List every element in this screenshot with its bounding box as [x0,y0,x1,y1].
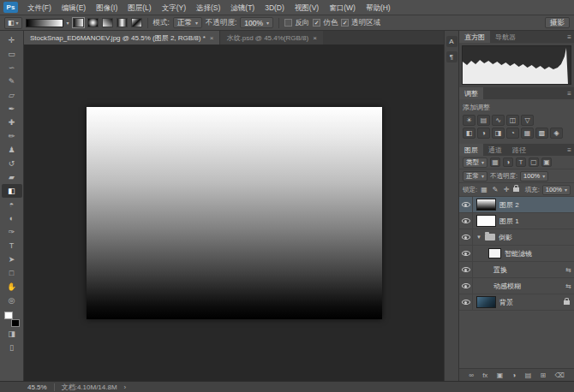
reverse-checkbox[interactable] [284,19,292,27]
color-balance-icon[interactable]: ◑ [477,128,490,139]
layer-blend-mode-dropdown[interactable]: 正常 ▾ [463,171,487,181]
menu-view[interactable]: 视图(V) [290,0,324,15]
delete-layer-icon[interactable]: ⌫ [555,371,565,379]
zoom-level-field[interactable]: 45.5% [27,383,47,391]
layer-name[interactable]: 图层 1 [499,217,519,226]
fill-dropdown[interactable]: 100% ▾ [542,185,571,195]
layer-name[interactable]: 图层 2 [499,200,519,210]
pen-tool[interactable]: ✑ [2,225,22,239]
visibility-toggle[interactable] [459,197,473,212]
color-swatches[interactable] [3,312,21,327]
layer-name[interactable]: 背景 [499,298,513,307]
expand-triangle-icon[interactable]: ▼ [476,235,481,240]
curves-icon[interactable]: ∿ [492,115,505,126]
brightness-contrast-icon[interactable]: ☀ [463,115,475,126]
lock-transparent-icon[interactable]: ▦ [480,186,488,193]
layer-thumbnail[interactable] [476,296,496,308]
layer-name[interactable]: 智能滤镜 [505,249,532,258]
clone-stamp-tool[interactable]: ♟ [2,143,22,157]
gradient-preview-swatch[interactable] [26,19,63,27]
filter-shape-icon[interactable]: ▢ [529,157,539,167]
radial-gradient-button[interactable] [87,18,99,27]
eraser-tool[interactable]: ▰ [2,170,22,184]
panel-menu-icon[interactable]: ≡ [567,87,571,99]
move-tool[interactable]: ✛ [2,33,22,47]
shape-tool[interactable]: □ [2,266,22,280]
layer-row-smart-filters[interactable]: 智能滤镜 [459,246,574,262]
new-group-icon[interactable]: ▤ [525,371,532,379]
exposure-icon[interactable]: ◫ [506,115,519,126]
menu-window[interactable]: 窗口(W) [324,0,361,15]
lock-paint-icon[interactable]: ✎ [491,186,499,193]
layer-mask-icon[interactable]: ▣ [497,371,504,379]
visibility-toggle[interactable] [459,246,473,261]
document-tab-active[interactable]: StockSnap_ED6MANOEV.jpg @ 45.5% (图层 2, R… [24,31,219,45]
angle-gradient-button[interactable] [102,18,113,27]
filter-smart-object-icon[interactable]: ▣ [541,157,552,167]
healing-brush-tool[interactable]: ✚ [2,116,22,129]
layer-row-background[interactable]: 背景 [459,294,574,311]
blur-tool[interactable]: ◓ [2,198,22,211]
document-tab-inactive[interactable]: 水纹.psd @ 45.4%(RGB/8) × [219,31,322,45]
layer-name[interactable]: 动感模糊 [493,282,521,291]
quick-mask-button[interactable]: ◨ [2,327,22,341]
close-icon[interactable]: × [210,34,214,42]
close-icon[interactable]: × [313,34,317,42]
background-color-swatch[interactable] [11,319,20,327]
menu-3d[interactable]: 3D(D) [260,0,290,15]
eyedropper-tool[interactable]: ✒ [2,102,22,116]
tool-preset-picker[interactable]: ◧ ▾ [4,17,22,29]
layer-opacity-dropdown[interactable]: 100% ▾ [520,171,548,181]
layer-row-motion-blur[interactable]: 动感模糊 ⇆ [459,278,574,294]
menu-type[interactable]: 文字(Y) [157,0,191,15]
layer-name[interactable]: 置换 [493,265,507,275]
visibility-toggle[interactable] [459,213,473,229]
lock-position-icon[interactable]: ✛ [502,186,511,193]
layer-thumbnail[interactable] [476,199,496,211]
color-lookup-icon[interactable]: ▩ [535,128,548,139]
menu-help[interactable]: 帮助(H) [361,0,396,15]
path-selection-tool[interactable]: ➤ [2,252,22,266]
document-image-gradient[interactable] [87,107,382,319]
filter-pixel-icon[interactable]: ▦ [490,157,500,167]
panel-menu-icon[interactable]: ≡ [567,144,571,156]
layer-row-layer2[interactable]: 图层 2 [459,197,574,213]
link-layers-icon[interactable]: ∞ [469,371,474,379]
filter-blend-options-icon[interactable]: ⇆ [565,282,571,290]
linear-gradient-button[interactable] [73,18,84,27]
paragraph-panel-icon[interactable]: ¶ [446,51,457,62]
visibility-toggle[interactable] [459,262,473,277]
menu-image[interactable]: 图像(I) [91,0,123,15]
dither-checkbox[interactable]: ✓ [313,19,320,27]
layer-row-group-reflection[interactable]: ▼ 倒影 [459,229,574,246]
menu-select[interactable]: 选择(S) [191,0,225,15]
hand-tool[interactable]: ✋ [2,280,22,294]
lock-all-icon[interactable] [513,187,519,192]
zoom-tool[interactable]: ◎ [2,294,22,307]
tab-histogram[interactable]: 直方图 [459,31,490,43]
visibility-toggle[interactable] [459,229,473,245]
diamond-gradient-button[interactable] [131,18,142,27]
crop-tool[interactable]: ▱ [2,88,22,102]
channel-mixer-icon[interactable]: ▦ [521,128,534,139]
marquee-tool[interactable]: ▭ [2,47,22,61]
tab-channels[interactable]: 通道 [483,144,507,156]
transparency-checkbox[interactable]: ✓ [341,19,349,27]
visibility-toggle[interactable] [459,278,473,294]
filter-blend-options-icon[interactable]: ⇆ [565,266,571,274]
lasso-tool[interactable]: ∽ [2,61,22,74]
vibrance-icon[interactable]: ▽ [521,115,534,126]
menu-file[interactable]: 文件(F) [22,0,57,15]
screen-mode-button[interactable]: ▯ [2,341,22,354]
history-brush-tool[interactable]: ↺ [2,157,22,170]
foreground-color-swatch[interactable] [4,312,13,319]
black-white-icon[interactable]: ◨ [492,128,505,139]
layer-name[interactable]: 倒影 [499,233,512,242]
tab-adjustments[interactable]: 调整 [459,87,483,99]
photo-filter-icon[interactable]: ◔ [506,128,519,139]
workspace-switcher[interactable]: 摄影 [545,17,570,28]
smart-filter-mask-thumbnail[interactable] [488,248,501,258]
menu-layer[interactable]: 图层(L) [123,0,156,15]
filter-adjustment-icon[interactable]: ◑ [503,157,513,167]
brush-tool[interactable]: ✏ [2,129,22,143]
